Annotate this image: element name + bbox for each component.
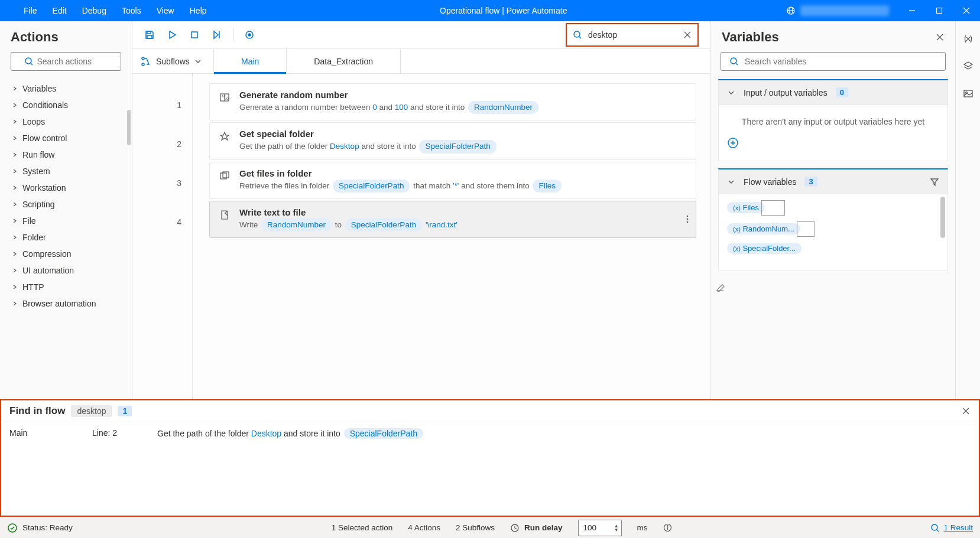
search-flow-box[interactable]: desktop	[566, 23, 699, 47]
svg-point-32	[687, 221, 689, 223]
close-button[interactable]	[953, 0, 980, 21]
menu-debug[interactable]: Debug	[82, 6, 106, 15]
close-icon[interactable]	[961, 406, 971, 416]
action-category[interactable]: Run flow	[0, 146, 132, 163]
svg-point-17	[574, 31, 580, 37]
search-flow-value[interactable]: desktop	[588, 30, 677, 40]
images-icon[interactable]	[960, 85, 976, 102]
flow-variables-header[interactable]: Flow variables 3	[718, 168, 948, 194]
svg-point-30	[687, 216, 689, 217]
search-icon	[24, 57, 34, 66]
menu-edit[interactable]: Edit	[53, 6, 67, 15]
save-button[interactable]	[139, 25, 160, 45]
record-button[interactable]	[239, 25, 259, 45]
action-category[interactable]: Browser automation	[0, 295, 132, 312]
chevron-right-icon	[12, 135, 18, 141]
action-category[interactable]: Flow control	[0, 130, 132, 146]
svg-point-35	[731, 58, 736, 64]
find-search-term: desktop	[71, 405, 112, 417]
menu-tools[interactable]: Tools	[122, 6, 141, 15]
flow-step[interactable]: Get special folderGet the path of the fo…	[209, 122, 696, 159]
main-area: Actions VariablesConditionalsLoopsFlow c…	[0, 21, 980, 399]
tab-main[interactable]: Main	[214, 49, 287, 73]
layers-icon[interactable]	[960, 58, 976, 74]
minimize-button[interactable]	[898, 0, 926, 21]
search-actions-input[interactable]	[37, 57, 108, 66]
run-delay-input[interactable]: 100 ▲▼	[578, 520, 622, 536]
more-icon[interactable]	[686, 214, 689, 224]
stop-button[interactable]	[184, 25, 205, 45]
find-result-row[interactable]: Main Line: 2 Get the path of the folder …	[1, 422, 979, 445]
flow-variables-label: Flow variables	[744, 177, 796, 187]
run-delay-unit: ms	[637, 523, 648, 532]
flow-variable-row[interactable]: (x) Files	[727, 200, 939, 216]
chevron-down-icon	[727, 89, 735, 97]
action-category-label: Conditionals	[22, 100, 68, 110]
line-numbers: 1 2 3 4	[132, 74, 193, 399]
flow-variable-row[interactable]: (x) RandomNum...	[727, 221, 939, 237]
window-controls	[898, 0, 980, 21]
environment-badge[interactable]	[777, 5, 898, 16]
action-category[interactable]: Scripting	[0, 196, 132, 213]
scrollbar-thumb[interactable]	[127, 110, 131, 145]
status-bar: Status: Ready 1 Selected action 4 Action…	[0, 517, 980, 538]
flow-variables-section: Flow variables 3 (x) Files(x) RandomNum.…	[718, 168, 948, 271]
action-category[interactable]: HTTP	[0, 279, 132, 295]
add-variable-button[interactable]	[727, 137, 939, 149]
run-button[interactable]	[162, 25, 182, 45]
find-title: Find in flow	[9, 405, 65, 417]
svg-marker-42	[964, 62, 972, 67]
step-icon	[218, 208, 231, 221]
result-link[interactable]: 1 Result	[930, 523, 973, 533]
find-result-line: Line: 2	[92, 428, 157, 439]
action-category[interactable]: System	[0, 163, 132, 180]
svg-rect-9	[147, 31, 151, 34]
environment-name-redacted	[800, 5, 889, 16]
spinner-icon[interactable]: ▲▼	[614, 524, 619, 532]
action-category[interactable]: File	[0, 213, 132, 229]
action-category[interactable]: Folder	[0, 229, 132, 246]
filter-icon[interactable]	[930, 177, 939, 187]
action-category[interactable]: Workstation	[0, 180, 132, 196]
svg-line-53	[937, 530, 939, 532]
action-category[interactable]: Conditionals	[0, 97, 132, 113]
flow-step[interactable]: Get files in folderRetrieve the files in…	[209, 162, 696, 199]
search-variables-input[interactable]	[745, 57, 937, 66]
search-actions-box[interactable]	[11, 52, 121, 71]
clear-search-icon[interactable]	[683, 31, 692, 39]
flow-step[interactable]: Write text to fileWrite RandomNumber to …	[209, 201, 696, 238]
eraser-icon[interactable]	[711, 278, 955, 296]
action-category[interactable]: UI automation	[0, 262, 132, 279]
io-variables-count: 0	[836, 87, 848, 97]
steps-area: 1 2 3 4 A1A2Generate random numberGenera…	[132, 74, 710, 399]
chevron-right-icon	[12, 268, 18, 273]
flow-variable-row[interactable]: (x) SpecialFolder...	[727, 243, 939, 254]
scrollbar-thumb[interactable]	[940, 197, 945, 238]
close-panel-icon[interactable]	[935, 32, 945, 42]
action-category[interactable]: Variables	[0, 80, 132, 97]
variables-icon[interactable]	[960, 31, 976, 47]
variable-chip: (x) Files	[727, 202, 765, 213]
run-delay-label: Run delay	[524, 523, 563, 532]
chevron-right-icon	[12, 201, 18, 207]
action-category[interactable]: Compression	[0, 246, 132, 262]
action-category-label: Variables	[22, 84, 56, 93]
check-circle-icon	[7, 523, 18, 533]
step-button[interactable]	[207, 25, 227, 45]
variable-chip: (x) SpecialFolder...	[727, 243, 801, 254]
svg-point-31	[687, 219, 689, 220]
menu-file[interactable]: File	[24, 6, 37, 15]
io-variables-header[interactable]: Input / output variables 0	[718, 79, 948, 105]
subflows-dropdown[interactable]: Subflows	[132, 49, 214, 73]
action-category[interactable]: Loops	[0, 113, 132, 130]
subflows-icon	[141, 56, 151, 67]
search-variables-box[interactable]	[721, 52, 946, 71]
info-icon[interactable]	[663, 523, 672, 532]
menu-help[interactable]: Help	[190, 6, 207, 15]
action-category-label: Flow control	[22, 133, 67, 143]
menu-view[interactable]: View	[157, 6, 174, 15]
actions-category-list[interactable]: VariablesConditionalsLoopsFlow controlRu…	[0, 77, 132, 399]
tab-data-extraction[interactable]: Data_Extraction	[287, 49, 401, 73]
flow-step[interactable]: A1A2Generate random numberGenerate a ran…	[209, 83, 696, 120]
maximize-button[interactable]	[926, 0, 953, 21]
